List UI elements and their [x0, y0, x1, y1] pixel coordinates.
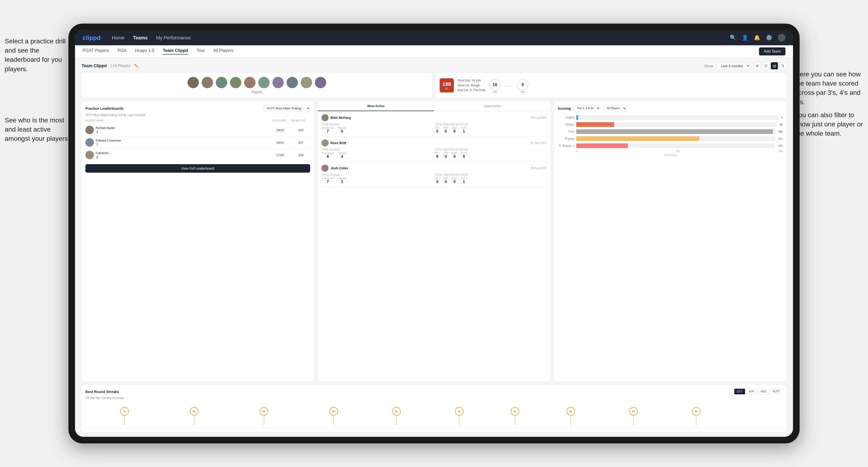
activity-player-3-name: Josh Coles: [321, 165, 348, 172]
drill-select[interactable]: PUTT Must Make Putting...: [263, 105, 310, 112]
subnav-all-players[interactable]: All Players: [213, 48, 233, 55]
bar-track-bogeys: [576, 136, 775, 141]
grid-view-btn[interactable]: ⊞: [754, 62, 761, 69]
player-avatar-5[interactable]: [244, 77, 255, 88]
team-count: | 14 Players: [111, 64, 130, 68]
practice-values-3: OTT 0 APP 0 ARG: [435, 177, 547, 184]
period-select[interactable]: Last 3 months: [717, 63, 750, 69]
add-team-button[interactable]: Add Team: [759, 48, 785, 55]
bar-dbogeys: D. Bogeys + 131: [558, 144, 783, 148]
bar-label-eagles: Eagles: [558, 116, 574, 119]
card-view-btn[interactable]: ▤: [771, 62, 778, 69]
edit-icon[interactable]: ✏️: [134, 64, 139, 68]
activity-date-1: 26 Aug 2023: [530, 116, 546, 119]
activity-card: Most Active Least Active Blair McHarg 26…: [318, 101, 550, 381]
bar-value-pars: 499: [778, 130, 783, 133]
bar-value-birdies: 96: [780, 123, 783, 126]
streaks-buttons: OTT APP ARG PUTT: [734, 389, 783, 394]
bar-birdies: Birdies 96: [558, 122, 783, 127]
subnav-pgat[interactable]: PGAT Players: [83, 48, 109, 55]
shot-number: 198: [442, 81, 451, 87]
settings-icon[interactable]: ⚙️: [766, 35, 772, 41]
streaks-title: Best Round Streaks: [85, 390, 119, 394]
activity-player-2-header: Rees Britt 02 Sep 2023: [321, 139, 546, 147]
tab-least-active[interactable]: Least Active: [434, 101, 550, 111]
streak-btn-putt[interactable]: PUTT: [770, 389, 783, 394]
streak-btn-app[interactable]: APP: [746, 389, 757, 394]
lb-avatar-3: [85, 151, 94, 159]
practice-values-2: OTT 0 APP 0 ARG: [435, 152, 547, 159]
player-avatar-7[interactable]: [272, 77, 284, 88]
putt-3: PUTT 1: [461, 177, 467, 184]
arg-3: ARG 0: [452, 177, 457, 184]
bar-track-birdies: [576, 122, 776, 127]
player-avatar-6[interactable]: [258, 77, 270, 88]
streak-btn-ott[interactable]: OTT: [734, 389, 745, 394]
player-avatar-1[interactable]: [187, 77, 199, 88]
lb-badge-3: 🥉: [96, 156, 99, 158]
bar-label-pars: Pars: [558, 130, 574, 133]
player-avatar-3[interactable]: [216, 77, 227, 88]
tablet-frame: clippd Home Teams My Performance 🔍 👤 🔔 ⚙…: [68, 24, 800, 443]
total-rounds-group-2: Total Rounds Tournament 8 Practice: [321, 148, 433, 159]
view-full-leaderboard-button[interactable]: View Full Leaderboard: [85, 164, 310, 173]
streak-dot-8: 4x: [566, 407, 575, 425]
scoring-title: Scoring: [558, 106, 571, 111]
bar-label-birdies: Birdies: [558, 123, 574, 126]
nav-teams[interactable]: Teams: [133, 35, 148, 40]
players-filter[interactable]: All Players: [603, 105, 626, 111]
ott-2: OTT 0: [435, 152, 440, 159]
lb-row-1: Richard Butler 🥇 19/20 110: [85, 124, 310, 136]
lb-row-3: Cameron... 🥉 17/20 103: [85, 149, 310, 161]
lb-table-header: PLAYER NAME PB SCORE PB AVG SQ: [85, 119, 310, 122]
team-header-right: Show Last 3 months ⊞ ☰ ▤ ⇅: [704, 62, 786, 69]
player-avatar-2[interactable]: [202, 77, 213, 88]
tournament-rounds-3: Tournament 7: [321, 177, 334, 184]
par-filter[interactable]: Par 3, 4 & 5s: [574, 105, 600, 111]
streak-dot-4: 5x: [330, 407, 338, 425]
activity-player-1: Blair McHarg 26 Aug 2023 Total Rounds To: [318, 111, 550, 136]
bar-value-dbogeys: 131: [778, 144, 783, 147]
streak-dot-10: 3x: [692, 407, 701, 425]
bell-icon[interactable]: 🔔: [754, 35, 760, 41]
tab-most-active[interactable]: Most Active: [318, 101, 434, 111]
total-rounds-group-3: Total Rounds Tournament 7 Practice: [321, 174, 433, 184]
bar-fill-dbogeys: [576, 144, 628, 148]
filter-btn[interactable]: ⇅: [779, 62, 786, 69]
activity-avatar-1: [321, 114, 329, 121]
subnav-team-clippd[interactable]: Team Clippd: [163, 48, 188, 55]
user-icon[interactable]: 👤: [742, 35, 748, 41]
putt-2: PUTT 0: [461, 152, 467, 159]
streaks-chart: 7x 6x 6x 5x: [85, 402, 783, 428]
three-col-section: Practice Leaderboards PUTT Must Make Put…: [82, 101, 786, 381]
nav-links: Home Teams My Performance: [112, 35, 730, 40]
nav-performance[interactable]: My Performance: [156, 35, 191, 40]
nav-home[interactable]: Home: [112, 35, 125, 40]
player-avatar-9[interactable]: [301, 77, 312, 88]
subnav-hcaps[interactable]: Hcaps 1-5: [135, 48, 154, 55]
bar-fill-birdies: [576, 122, 614, 127]
lb-badge-1: 🥇: [96, 131, 99, 133]
subnav-pga[interactable]: PGA: [118, 48, 126, 55]
bar-label-dbogeys: D. Bogeys +: [558, 144, 574, 148]
tournament-rounds-1: Tournament 7: [321, 127, 334, 133]
app-1: APP 0: [443, 127, 448, 133]
activity-avatar-2: [321, 139, 329, 147]
streak-dot-6: 4x: [455, 407, 464, 425]
scoring-card: Scoring Par 3, 4 & 5s All Players Eagles: [554, 101, 786, 381]
player-avatar-10[interactable]: [315, 77, 326, 88]
subnav-tour[interactable]: Tour: [196, 48, 205, 55]
bar-eagles: Eagles 3: [558, 115, 783, 120]
player-avatar-8[interactable]: [286, 77, 298, 88]
search-icon[interactable]: 🔍: [730, 35, 736, 41]
rounds-values-3: Tournament 7 Practice 2: [321, 177, 433, 184]
lb-row-2: Edward Crossman 🥈 18/20 107: [85, 136, 310, 149]
shot-meters: 16 yds 0 yds: [489, 79, 528, 93]
streak-btn-arg[interactable]: ARG: [758, 389, 769, 394]
avatar[interactable]: [778, 34, 785, 41]
streak-dot-3: 6x: [260, 407, 268, 425]
list-view-btn[interactable]: ☰: [762, 62, 769, 69]
player-avatar-4[interactable]: [230, 77, 241, 88]
shot-card: 198 SC Shot Dist: 16 yds Start Lie: Roug…: [436, 73, 786, 98]
lb-avg-3: 103: [291, 153, 310, 157]
